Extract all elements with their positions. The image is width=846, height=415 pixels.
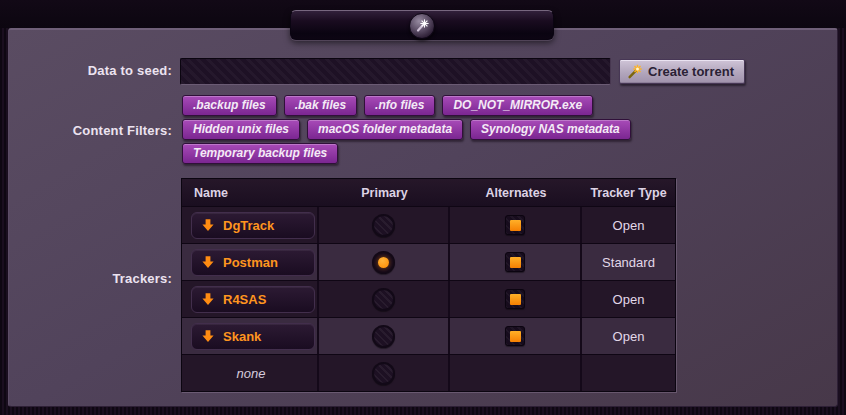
tracker-row: DgTrack DgTrack Open [182,206,675,243]
tracker-name-label: Skank [223,329,261,344]
checkbox-fill [510,257,521,268]
primary-cell [319,355,450,391]
download-icon [201,329,215,343]
tracker-type-cell: Open [582,318,675,354]
data-to-seed-input[interactable] [180,58,611,85]
checkbox-fill [510,331,521,342]
tracker-row: R4SAS R4SAS Open [182,280,675,317]
primary-radio[interactable] [372,214,395,237]
alternates-cell [450,318,582,354]
data-to-seed-label: Data to seed: [0,63,172,78]
alternates-checkbox[interactable] [505,252,525,272]
alternates-checkbox[interactable] [505,215,525,235]
primary-radio[interactable] [372,362,395,385]
tracker-name-label: Postman [223,255,278,270]
checkbox-fill [510,294,521,305]
tracker-name-label: DgTrack [223,218,274,233]
trackers-table-body: DgTrack DgTrack Open Postman Postman [182,206,675,391]
trackers-table: Name Primary Alternates Tracker Type DgT… [181,178,676,392]
column-header-tracker-type: Tracker Type [582,179,675,206]
filter-chip[interactable]: DO_NOT_MIRROR.exe [442,95,593,116]
tracker-name-cell: none none [182,355,319,391]
tracker-type-cell: Open [582,281,675,317]
tracker-name-cell: DgTrack DgTrack [182,207,319,243]
download-icon [201,292,215,306]
primary-radio[interactable] [372,251,395,274]
tracker-name-button[interactable]: R4SAS [191,286,315,313]
filter-chip[interactable]: Temporary backup files [182,143,338,164]
tracker-type: Open [613,329,645,344]
tracker-type-cell [582,355,675,391]
tracker-name-cell: Postman Postman [182,244,319,280]
tracker-name-cell: R4SAS R4SAS [182,281,319,317]
tracker-row: Postman Postman Standard [182,243,675,280]
tracker-type: Standard [602,255,655,270]
create-torrent-button[interactable]: Create torrent [619,59,745,84]
alternates-cell [450,355,582,391]
tracker-name-button[interactable]: DgTrack [191,212,315,239]
trackers-table-header: Name Primary Alternates Tracker Type [182,179,675,206]
primary-radio[interactable] [372,325,395,348]
wizard-tab[interactable] [290,10,554,40]
tracker-name-button[interactable]: Postman [191,249,315,276]
filter-chip[interactable]: .backup files [182,95,277,116]
filter-chip[interactable]: Synology NAS metadata [470,119,631,140]
tracker-row: Skank Skank Open [182,317,675,354]
tracker-type: Open [613,292,645,307]
alternates-cell [450,281,582,317]
primary-cell [319,207,450,243]
content-filters-label: Content Filters: [0,123,172,138]
tracker-type-cell: Standard [582,244,675,280]
alternates-cell [450,244,582,280]
primary-cell [319,281,450,317]
filter-chip[interactable]: .bak files [284,95,357,116]
alternates-checkbox[interactable] [505,326,525,346]
wand-sparkle-icon [627,64,643,80]
column-header-name: Name [182,179,319,206]
alternates-cell [450,207,582,243]
tracker-type-cell: Open [582,207,675,243]
filter-chip[interactable]: macOS folder metadata [307,119,463,140]
tracker-name-cell: Skank Skank [182,318,319,354]
wand-knob[interactable] [409,13,435,39]
trackers-label: Trackers: [0,271,172,286]
checkbox-fill [510,220,521,231]
primary-cell [319,244,450,280]
filter-chip[interactable]: .nfo files [364,95,435,116]
download-icon [201,218,215,232]
download-icon [201,255,215,269]
tracker-name-button[interactable]: Skank [191,323,315,350]
tracker-none-label: none [191,366,311,381]
column-header-alternates: Alternates [450,179,582,206]
wand-icon [413,17,431,35]
create-torrent-label: Create torrent [648,64,734,79]
primary-cell [319,318,450,354]
primary-radio[interactable] [372,288,395,311]
filter-chip[interactable]: Hidden unix files [182,119,300,140]
content-filters-chips: .backup files.bak files.nfo filesDO_NOT_… [182,95,652,164]
tracker-row: none none [182,354,675,391]
tracker-type: Open [613,218,645,233]
alternates-checkbox[interactable] [505,289,525,309]
column-header-primary: Primary [319,179,450,206]
tracker-name-label: R4SAS [223,292,266,307]
